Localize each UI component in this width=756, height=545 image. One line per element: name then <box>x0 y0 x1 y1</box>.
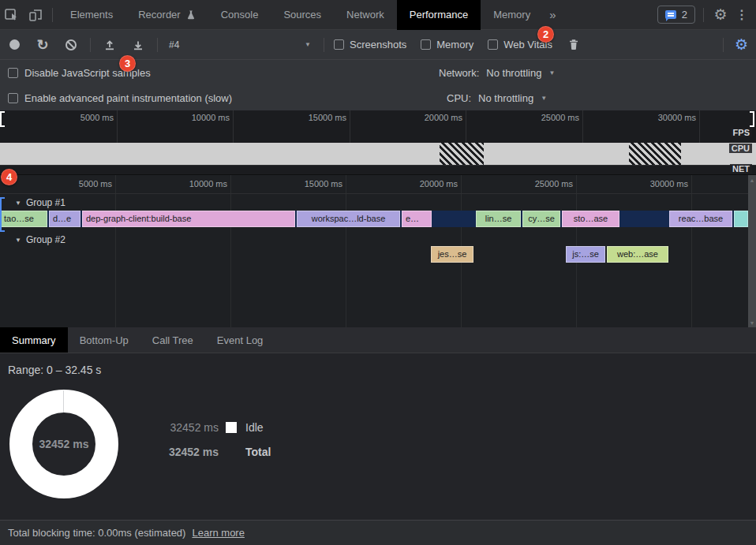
overview-right-handle[interactable] <box>750 111 754 127</box>
experiment-flask-icon <box>186 9 196 20</box>
capture-settings-gear-icon[interactable]: ⚙ <box>735 37 748 52</box>
caret-down-icon: ▼ <box>548 69 555 77</box>
divider <box>52 8 53 22</box>
tab-label: Sources <box>283 9 321 21</box>
legend-label: Total <box>245 446 271 458</box>
recording-session-select[interactable]: #4 ▼ <box>163 35 319 55</box>
donut-center-value: 32452 ms <box>9 390 118 498</box>
tab-memory[interactable]: Memory <box>481 0 543 30</box>
flame-bar[interactable]: dep-graph-client:build-base <box>82 211 295 227</box>
capture-settings-pane: Disable JavaScript samples Network: No t… <box>0 60 756 110</box>
kebab-menu-icon[interactable]: ⋮ <box>735 9 748 21</box>
legend-value: 32452 ms <box>163 421 219 434</box>
tab-event-log[interactable]: Event Log <box>205 327 275 353</box>
legend-spacer <box>226 446 237 457</box>
memory-checkbox[interactable] <box>421 39 431 50</box>
flame-bar[interactable]: tao…se <box>0 211 47 227</box>
overflow-chevrons-icon: » <box>549 9 556 21</box>
delete-recording-button[interactable] <box>568 39 579 50</box>
ruler-divider <box>0 193 748 194</box>
checkbox-label: Memory <box>436 39 473 50</box>
paint-instrumentation-checkbox[interactable] <box>8 93 18 103</box>
tab-label: Network <box>346 9 384 21</box>
tab-recorder[interactable]: Recorder <box>125 0 208 30</box>
paint-instrumentation-label: Enable advanced paint instrumentation (s… <box>24 92 232 104</box>
save-profile-button[interactable] <box>124 34 152 56</box>
device-toolbar-button[interactable] <box>24 4 47 26</box>
tab-call-tree[interactable]: Call Tree <box>140 327 205 353</box>
cpu-activity-band[interactable] <box>0 143 756 165</box>
ruler-tick-label: 15000 ms <box>283 179 342 189</box>
flame-bar[interactable]: jes…se <box>431 246 473 263</box>
group-1-header[interactable]: ▼ Group #1 <box>15 197 65 208</box>
legend-row-total: 32452 ms Total <box>163 444 271 460</box>
cpu-label: CPU: <box>447 92 471 104</box>
overview-left-handle[interactable] <box>0 111 5 127</box>
range-text: Range: 0 – 32.45 s <box>8 364 101 376</box>
issues-button[interactable]: 2 <box>657 6 695 24</box>
tab-bottom-up[interactable]: Bottom-Up <box>68 327 140 353</box>
flame-bar[interactable]: js:…se <box>566 246 605 263</box>
divider <box>703 8 704 22</box>
devtools-window: Elements Recorder Console Sources Networ… <box>0 0 756 545</box>
learn-more-link[interactable]: Learn more <box>192 527 244 539</box>
reload-and-record-button[interactable]: ↻ <box>28 34 57 56</box>
caret-down-icon: ▼ <box>541 95 547 102</box>
web-vitals-checkbox[interactable] <box>488 39 498 50</box>
timeline-overview[interactable]: 5000 ms 10000 ms 15000 ms 20000 ms 25000… <box>0 110 756 174</box>
flame-bar[interactable]: workspac…ld-base <box>297 211 400 227</box>
gear-icon: ⚙ <box>713 7 727 22</box>
cpu-throttling-group: CPU: No throttling ▼ <box>447 92 547 104</box>
upload-icon <box>103 39 116 51</box>
network-throttling-value: No throttling <box>486 67 541 79</box>
cpu-throttling-select[interactable]: No throttling ▼ <box>478 92 547 104</box>
group-2-header[interactable]: ▼ Group #2 <box>15 234 65 245</box>
reload-icon: ↻ <box>36 38 48 52</box>
tab-network[interactable]: Network <box>334 0 397 30</box>
cpu-hatch-region <box>440 143 484 165</box>
record-button[interactable] <box>0 34 28 56</box>
tab-elements[interactable]: Elements <box>58 0 125 30</box>
divider <box>324 38 324 52</box>
screenshots-checkbox-group[interactable]: Screenshots <box>334 39 406 50</box>
flame-bar[interactable]: cy…se <box>522 211 560 227</box>
load-profile-button[interactable] <box>95 34 124 56</box>
status-bar: Total blocking time: 0.00ms (estimated) … <box>0 520 756 545</box>
clear-button[interactable] <box>57 34 85 56</box>
tab-label: Performance <box>410 9 468 21</box>
flame-bar[interactable]: reac…base <box>669 211 732 227</box>
step-badge-3[interactable]: 3 <box>119 55 136 72</box>
flame-bar[interactable]: d…e <box>49 211 80 227</box>
vertical-scrollbar[interactable]: ▲ ▼ <box>748 175 756 328</box>
step-badge-2[interactable]: 2 <box>537 26 554 43</box>
flame-bar[interactable]: web:…ase <box>607 246 668 263</box>
triangle-down-icon: ▼ <box>15 237 21 244</box>
ruler-tick-label: 20000 ms <box>398 179 458 189</box>
inspect-element-button[interactable] <box>0 4 24 26</box>
network-throttling-select[interactable]: No throttling ▼ <box>486 67 555 79</box>
more-tabs-button[interactable]: » <box>543 0 562 30</box>
flame-chart[interactable]: 5000 ms 10000 ms 15000 ms 20000 ms 25000… <box>0 174 756 327</box>
net-activity-band <box>0 165 756 174</box>
flame-bar[interactable]: lin…se <box>476 211 521 227</box>
tab-sources[interactable]: Sources <box>271 0 334 30</box>
ruler-tick-label: 10000 ms <box>167 179 227 189</box>
flame-bar[interactable] <box>734 211 748 227</box>
tab-performance[interactable]: Performance <box>397 0 481 30</box>
scroll-down-icon[interactable]: ▼ <box>750 320 755 326</box>
screenshots-checkbox[interactable] <box>334 39 344 50</box>
download-icon <box>132 39 144 51</box>
scroll-up-icon[interactable]: ▲ <box>750 177 755 183</box>
disable-js-samples-checkbox[interactable] <box>8 68 18 78</box>
ruler-tick-label: 30000 ms <box>636 113 696 122</box>
divider <box>90 38 91 52</box>
tab-summary[interactable]: Summary <box>0 327 68 353</box>
session-label: #4 <box>169 39 179 50</box>
devtools-settings-button[interactable]: ⚙ <box>709 4 732 26</box>
settings-row-js-samples: Disable JavaScript samples Network: No t… <box>0 60 756 85</box>
flame-bar[interactable]: e… <box>402 211 432 227</box>
flame-bar[interactable]: sto…ase <box>562 211 619 227</box>
tab-console[interactable]: Console <box>208 0 271 30</box>
memory-checkbox-group[interactable]: Memory <box>421 39 473 50</box>
step-badge-4[interactable]: 4 <box>1 169 17 185</box>
